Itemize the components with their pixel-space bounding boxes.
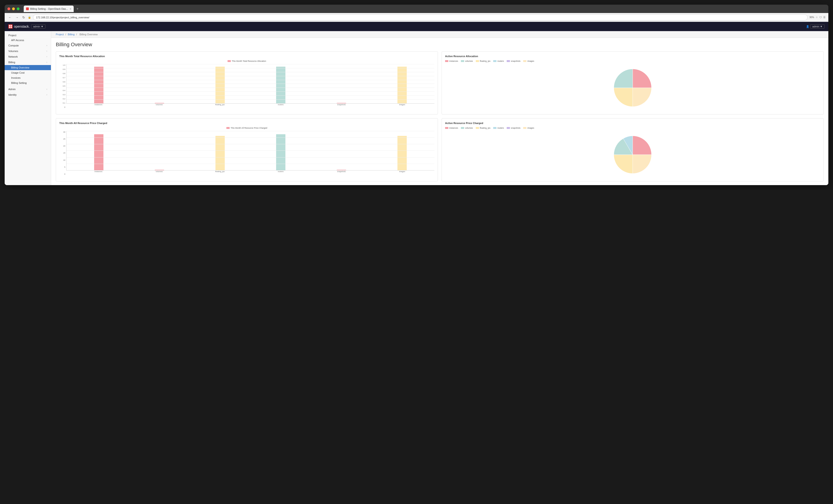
legend-instances: instances: [445, 60, 458, 62]
chart4-pie-svg: [612, 134, 653, 176]
xlabel-routers: routers: [250, 104, 311, 108]
chart1-xlabels: instances volumes floating_ips routers s…: [66, 104, 434, 108]
xlabel3-images: images: [372, 171, 432, 175]
sidebar-item-billing-setting[interactable]: Billing Setting: [5, 80, 51, 85]
xlabel3-snapshots: snapshots: [311, 171, 372, 175]
chart3-area: 30 25 20 15 10 5 0: [59, 131, 434, 175]
project-dropdown[interactable]: admin ▼: [31, 24, 46, 29]
browser-window: Billing Setting - OpenStack Das... ✕ + ←…: [5, 5, 828, 185]
chart1-title: This Month Total Resource Allocation: [59, 55, 434, 58]
invoices-label: Invoices: [11, 76, 20, 79]
legend4-instances: instances: [445, 127, 458, 129]
legend4-instances-swatch: [445, 127, 448, 129]
bar-volumes-rect: [155, 103, 164, 103]
legend-routers-swatch: [493, 60, 496, 62]
bar-snapshots-rect: [337, 103, 346, 103]
xlabel-images: images: [372, 104, 432, 108]
sidebar-item-invoices[interactable]: Invoices: [5, 75, 51, 80]
forward-button[interactable]: →: [15, 15, 20, 20]
bookmark-icon[interactable]: ☆: [815, 16, 818, 19]
browser-titlebar: Billing Setting - OpenStack Das... ✕ +: [5, 5, 828, 13]
legend-routers: routers: [493, 60, 504, 62]
legend-instances-label: instances: [449, 60, 458, 62]
legend-snapshots: snapshots: [507, 60, 520, 62]
sidebar-item-billing-overview[interactable]: Billing Overview: [5, 65, 51, 70]
volumes-chevron-icon: ›: [47, 50, 47, 52]
sidebar-item-usage-cost[interactable]: Usage Cost: [5, 70, 51, 75]
back-button[interactable]: ←: [7, 15, 13, 20]
legend4-routers-swatch: [493, 127, 496, 129]
legend4-volumes-label: volumes: [465, 127, 473, 129]
logo-text: openstack.: [14, 25, 30, 28]
user-icon: 👤: [806, 25, 809, 28]
chart4-pie-container: [445, 131, 820, 178]
legend-volumes: volumes: [461, 60, 473, 62]
svg-rect-2: [9, 27, 10, 28]
sidebar-item-identity-label: Identity: [8, 93, 17, 96]
xlabel3-volumes: volumes: [129, 171, 189, 175]
legend4-routers-label: routers: [497, 127, 504, 129]
charts-grid-row2: This Month All Resource Price Charged Th…: [56, 118, 824, 181]
legend4-images-label: images: [527, 127, 534, 129]
legend4-floating-ips-label: floating_ips: [480, 127, 491, 129]
legend-snapshots-label: snapshots: [511, 60, 520, 62]
security-icon: 🔒: [28, 16, 31, 19]
close-button[interactable]: [7, 7, 10, 10]
app-body: Project API Access Compute › Volumes › N…: [5, 31, 828, 185]
sidebar-item-admin[interactable]: Admin ›: [5, 86, 51, 92]
svg-rect-3: [11, 27, 12, 28]
address-bar[interactable]: [33, 15, 808, 21]
content-area: Project / Billing / Billing Overview Bil…: [51, 31, 828, 185]
app-header-right: 👤 admin ▼: [806, 24, 825, 29]
chart3-legend-label: This Month All Resource Price Charged: [231, 127, 267, 129]
chart2-title: Active Resource Allocation: [445, 55, 820, 58]
breadcrumb-current: Billing Overview: [79, 33, 98, 36]
menu-icon[interactable]: ☰: [823, 16, 826, 19]
chart3-title: This Month All Resource Price Charged: [59, 122, 434, 125]
new-tab-button[interactable]: +: [76, 7, 78, 11]
bar-volumes: [129, 103, 190, 103]
minimize-button[interactable]: [12, 7, 15, 10]
sidebar-item-billing[interactable]: Billing ›: [5, 59, 51, 65]
zoom-level: 90%: [810, 16, 814, 19]
legend4-images: images: [523, 127, 534, 129]
user-dropdown[interactable]: admin ▼: [810, 24, 825, 29]
chart-monthly-price: This Month All Resource Price Charged Th…: [56, 118, 438, 181]
legend-floating-ips-label: floating_ips: [480, 60, 491, 62]
content-inner: Billing Overview This Month Total Resour…: [51, 38, 828, 185]
sidebar-item-api-access-label: API Access: [11, 39, 24, 42]
legend4-snapshots: snapshots: [507, 127, 520, 129]
bar3-floating-ips: [190, 136, 250, 170]
browser-tab[interactable]: Billing Setting - OpenStack Das... ✕: [24, 6, 74, 12]
admin-chevron-icon: ›: [47, 88, 47, 90]
reload-button[interactable]: ↻: [21, 15, 26, 20]
sidebar-item-api-access[interactable]: API Access: [5, 37, 51, 43]
svg-rect-1: [11, 25, 12, 26]
breadcrumb-billing[interactable]: Billing: [68, 33, 74, 36]
tab-close-icon[interactable]: ✕: [70, 8, 71, 10]
pie-floating-ips: [614, 88, 633, 107]
bar3-snapshots-rect: [337, 170, 346, 170]
breadcrumb-sep2: /: [76, 33, 78, 36]
chart1-bars: [66, 64, 434, 104]
bar-instances-rect: [94, 67, 103, 103]
legend4-snapshots-label: snapshots: [511, 127, 520, 129]
chart4-title: Active Resource Price Charged: [445, 122, 820, 125]
bar3-routers: [251, 134, 311, 170]
sidebar-item-compute[interactable]: Compute ›: [5, 43, 51, 48]
legend4-instances-label: instances: [449, 127, 458, 129]
breadcrumb-project[interactable]: Project: [56, 33, 64, 36]
openstack-logo-icon: [8, 24, 13, 29]
sidebar-item-identity[interactable]: Identity ›: [5, 92, 51, 98]
maximize-button[interactable]: [17, 7, 20, 10]
chart2-pie-container: [445, 65, 820, 111]
pie4-instances: [633, 136, 651, 155]
page-title: Billing Overview: [56, 42, 824, 48]
app-container: openstack. admin ▼ 👤 admin ▼ Project API…: [5, 22, 828, 185]
chart1-legend: This Month Total Resource Allocation: [228, 60, 266, 62]
toolbar-right: 90% ☆ 🛡 ☰: [810, 16, 826, 19]
sidebar-item-network[interactable]: Network ›: [5, 54, 51, 59]
billing-overview-label: Billing Overview: [11, 66, 29, 69]
sidebar-item-volumes[interactable]: Volumes ›: [5, 48, 51, 54]
xlabel3-routers: routers: [250, 171, 311, 175]
